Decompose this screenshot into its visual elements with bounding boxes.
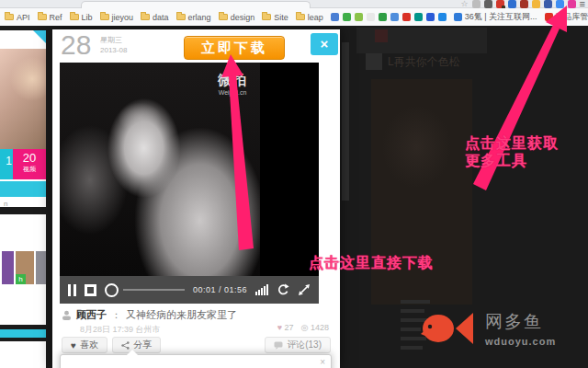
feed-card-partial[interactable]: 1 20 视频 n (0, 30, 46, 207)
author-name[interactable]: 顾西子 (76, 308, 107, 322)
folder-icon (141, 14, 150, 20)
bookmark-folder[interactable]: design (219, 13, 255, 22)
bookmark-star-icon[interactable]: ☆ (461, 0, 469, 8)
favicon-bookmark[interactable] (355, 13, 363, 21)
folder-icon (38, 14, 47, 20)
video-modal: 28 星期三 2013-08 立即下载 × 微拍 Weipai.cn 00:01… (52, 29, 340, 368)
fullscreen-icon[interactable] (298, 283, 311, 296)
card-action-bar[interactable] (0, 181, 46, 197)
extension-icon[interactable] (544, 0, 552, 8)
browser-menu-icon[interactable]: ≡ (580, 0, 585, 8)
bookmark-label: Lib (82, 13, 93, 22)
post-stats: ♥ 27 ◎ 1428 (277, 323, 329, 332)
popup-close-icon[interactable]: × (320, 357, 325, 367)
bookmark-folder[interactable]: jieyou (100, 13, 134, 22)
favicon-bookmark[interactable] (379, 13, 387, 21)
extension-icon[interactable] (520, 0, 528, 8)
favicon-icon (454, 13, 462, 21)
thumbnail (36, 251, 46, 284)
extension-toolbar: ☆ ≡ (461, 0, 586, 8)
volume-icon[interactable] (255, 284, 268, 295)
bookmarks-bar: APIRefLibjieyoudataerlangdesignSiteleap … (0, 8, 588, 26)
thumbnail (2, 251, 14, 284)
cyan-corner-ribbon (33, 30, 46, 43)
extension-icon[interactable] (532, 0, 540, 8)
date-weekday: 星期三 (100, 36, 127, 46)
video-player[interactable]: 微拍 Weipai.cn (60, 63, 319, 276)
bookmark-label: erlang (188, 13, 211, 22)
favicon-icon (545, 13, 553, 21)
bookmark-label: data (153, 13, 169, 22)
favicon-bookmark[interactable] (343, 13, 351, 21)
like-button[interactable]: ♥ 喜欢 (62, 337, 107, 353)
bookmark-folder[interactable]: erlang (176, 13, 211, 22)
favicon-bookmark[interactable] (426, 13, 435, 21)
bookmark-label: design (231, 13, 255, 22)
bookmark-folder[interactable]: Lib (70, 13, 93, 22)
download-hint-text: 点击这里直接下载 (309, 254, 434, 273)
views-badge: 1 (0, 149, 13, 179)
favicon-bookmark[interactable] (414, 13, 423, 21)
bookmark-folder[interactable]: API (5, 13, 30, 22)
target-extension-icon[interactable] (568, 0, 576, 8)
favicon-bookmark[interactable] (390, 13, 399, 21)
popup-notch (127, 350, 138, 355)
folder-icon (100, 14, 109, 20)
cyan-band (0, 329, 46, 338)
bookmark-label: Ref (50, 13, 62, 22)
bookmark-page[interactable]: 36氪 | 关注互联网... (454, 11, 537, 23)
extension-icon[interactable] (508, 0, 516, 8)
video-count-badge: 20 视频 (13, 149, 46, 179)
favicon-bookmark[interactable] (331, 13, 339, 21)
folder-icon (70, 14, 79, 20)
download-now-button[interactable]: 立即下载 (184, 36, 285, 60)
bookmark-label: jieyou (112, 13, 134, 22)
ghost-page-edge (342, 42, 349, 201)
bookmark-page[interactable]: 产品库管理后台 (545, 11, 588, 23)
h-badge: h (16, 274, 26, 284)
wduoyu-logo: 网多鱼 wduoyu.com (418, 302, 579, 355)
ghost-avatar (375, 29, 388, 42)
replay-icon[interactable] (277, 283, 289, 296)
time-display: 00:01 / 01:56 (193, 285, 247, 294)
extension-icon[interactable] (496, 0, 504, 8)
bookmark-folder[interactable]: Site (262, 13, 288, 22)
feed-card-partial[interactable]: h (0, 214, 46, 325)
browser-tab[interactable] (81, 1, 311, 8)
views-stat: ◎ 1428 (301, 323, 329, 332)
bookmark-folder[interactable]: Ref (38, 13, 62, 22)
logo-text: 网多鱼 wduoyu.com (485, 310, 556, 347)
comments-button[interactable]: 评论(13) (265, 337, 331, 353)
post-header: 顾西子 ： 又神经病的来朋友家里了 (62, 308, 237, 322)
modal-close-button[interactable]: × (311, 33, 338, 55)
card-photo (0, 49, 46, 149)
extension-icon[interactable] (472, 0, 481, 8)
screenshot-root: L再共你个色松 1 20 视频 n h 28 (0, 0, 588, 368)
bookmark-folder[interactable]: data (141, 13, 169, 22)
favicon-bookmark[interactable] (438, 13, 447, 21)
date-details: 星期三 2013-08 (100, 36, 127, 56)
folder-icon (219, 14, 228, 20)
ghost-post-title: L再共你个色松 (388, 54, 460, 70)
extension-icon[interactable] (484, 0, 492, 8)
user-avatar-icon (62, 310, 72, 320)
bookmark-folder[interactable]: leap (296, 13, 323, 22)
ghost-avatar (366, 53, 382, 70)
stop-button[interactable] (85, 284, 96, 296)
share-popup: × (60, 354, 332, 368)
date-month: 2013-08 (100, 46, 127, 56)
favicon-bookmark[interactable] (402, 13, 411, 21)
extension-icon[interactable] (556, 0, 564, 8)
feed-card-partial (0, 341, 46, 368)
thumbnail: h (16, 251, 34, 284)
seek-handle[interactable] (105, 283, 119, 297)
pause-button[interactable] (68, 284, 76, 296)
share-icon (121, 341, 130, 350)
progress-track[interactable] (123, 289, 185, 291)
post-meta: 8月28日 17:39 台州市 (80, 324, 161, 336)
bookmark-label: Site (274, 13, 288, 22)
bookmark-label: leap (308, 13, 323, 22)
favicon-bookmark[interactable] (367, 13, 375, 21)
player-controls: 00:01 / 01:56 (60, 276, 319, 304)
weipai-watermark: 微拍 Weipai.cn (194, 72, 271, 96)
